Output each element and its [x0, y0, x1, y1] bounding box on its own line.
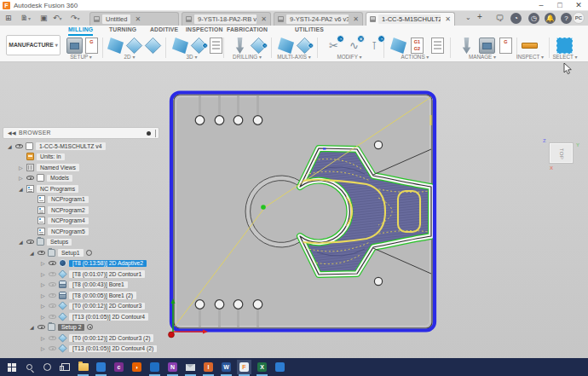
- browser-row-label[interactable]: Models: [47, 175, 72, 182]
- visibility-eye-icon[interactable]: [37, 251, 45, 255]
- ribbon-group-label-select[interactable]: SELECT ▾: [552, 54, 577, 60]
- browser-row-label[interactable]: [T8 (0:00:43)] Bore1: [69, 281, 128, 289]
- drilling-icon[interactable]: ↺: [232, 38, 248, 54]
- maximize-button[interactable]: □: [551, 0, 569, 11]
- browser-row[interactable]: ▷[T8 (0:00:05)] Bore1 (2): [3, 290, 169, 301]
- visibility-eye-icon[interactable]: [49, 336, 56, 340]
- viewcube-top-face[interactable]: TOP: [551, 142, 573, 166]
- browser-row[interactable]: ▷[T0 (0:00:12)] 2D Contour3: [3, 301, 169, 312]
- minimize-button[interactable]: –: [532, 0, 551, 11]
- collapse-arrow-icon[interactable]: ◢: [19, 186, 26, 192]
- browser-row-label[interactable]: [T13 (0:01:05)] 2D Contour4: [69, 313, 148, 321]
- document-tab[interactable]: Untitled✕: [89, 12, 179, 26]
- collapse-arrow-icon[interactable]: ◢: [8, 143, 15, 149]
- pocket-2d-icon[interactable]: [126, 38, 142, 54]
- browser-row-label[interactable]: 1-CC-5-M1SCHULTZ v4: [36, 142, 106, 150]
- ribbon-group-label-2d[interactable]: 2D ▾: [124, 54, 135, 60]
- setup-icon[interactable]: [66, 38, 83, 54]
- browser-row[interactable]: NCProgram2: [3, 205, 169, 216]
- recent-icon[interactable]: ◷: [528, 13, 539, 24]
- expand-arrow-icon[interactable]: ▷: [19, 165, 26, 171]
- browser-row[interactable]: ◢NC Programs: [3, 183, 169, 194]
- browser-row[interactable]: ▷[T13 (0:01:05)] 2D Contour4 (2): [3, 344, 169, 355]
- browser-row-selected[interactable]: ▷[T8 (0:13:58)] 2D Adaptive2: [3, 258, 169, 269]
- visibility-eye-icon[interactable]: [49, 272, 56, 276]
- visibility-eye-icon[interactable]: [49, 346, 56, 350]
- app-purple-c[interactable]: c: [112, 360, 126, 374]
- viewcube[interactable]: TOP: [549, 142, 574, 164]
- measure-icon[interactable]: [522, 43, 538, 49]
- browser-row-label[interactable]: [T13 (0:01:05)] 2D Contour4 (2): [69, 345, 157, 353]
- browser-row[interactable]: NCProgram5: [3, 226, 169, 237]
- trim-icon[interactable]: ✂◔: [326, 38, 342, 54]
- browser-row[interactable]: ▷[T13 (0:01:05)] 2D Contour4: [3, 311, 169, 322]
- ribbon-group-label-modify[interactable]: MODIFY ▾: [337, 54, 361, 60]
- excel-icon[interactable]: X: [255, 360, 269, 374]
- collapse-arrow-icon[interactable]: ◢: [30, 250, 37, 256]
- ribbon-tab-utilities[interactable]: UTILITIES: [295, 26, 324, 36]
- visibility-eye-icon[interactable]: [49, 304, 56, 308]
- edit-tool-icon[interactable]: ⊺◔: [366, 38, 383, 54]
- tool-library-icon[interactable]: [458, 38, 475, 54]
- ribbon-group-label-setup[interactable]: SETUP ▾: [70, 54, 92, 60]
- tab-close-icon[interactable]: ✕: [261, 15, 267, 23]
- document-tab[interactable]: 9-YSTI-24-PA2 v6 v3*✕: [274, 12, 363, 26]
- browser-row-label[interactable]: NCProgram4: [48, 217, 89, 225]
- visibility-eye-icon[interactable]: [49, 282, 56, 286]
- browser-row[interactable]: ▷[T8 (0:00:43)] Bore1: [3, 280, 169, 291]
- job-status-icon[interactable]: 🗨: [494, 13, 505, 24]
- save-icon[interactable]: ▣: [40, 13, 48, 24]
- visibility-eye-icon[interactable]: [49, 261, 56, 265]
- undo-icon[interactable]: ↶▾: [53, 13, 62, 24]
- adaptive-2d-icon[interactable]: [107, 38, 124, 54]
- machine-library-icon[interactable]: [479, 38, 495, 54]
- cortana-icon[interactable]: [40, 360, 55, 374]
- ribbon-group-label-drilling[interactable]: DRILLING ▾: [233, 54, 262, 60]
- visibility-eye-icon[interactable]: [15, 144, 23, 148]
- word-icon[interactable]: W: [219, 360, 233, 374]
- browser-row-label[interactable]: [T8 (0:13:58)] 2D Adaptive2: [69, 260, 147, 268]
- browser-row[interactable]: ▷Models: [3, 173, 169, 184]
- swarf-icon[interactable]: [278, 38, 294, 54]
- browser-row[interactable]: ▷[T0 (0:00:12)] 2D Contour3 (2): [3, 333, 169, 344]
- visibility-eye-icon[interactable]: [49, 293, 56, 298]
- visibility-eye-icon[interactable]: [26, 240, 34, 244]
- thread-icon[interactable]: ◔: [251, 38, 267, 54]
- browser-row-label[interactable]: NCProgram2: [48, 206, 89, 214]
- ribbon-group-label-multi-axis[interactable]: MULTI-AXIS ▾: [277, 54, 311, 60]
- browser-resize-handle[interactable]: [155, 130, 156, 137]
- fusion360-icon[interactable]: F: [237, 360, 251, 374]
- start-button[interactable]: [4, 360, 19, 374]
- file-explorer-icon[interactable]: [76, 360, 90, 374]
- select-icon[interactable]: [556, 38, 573, 54]
- active-setup-marker[interactable]: [86, 250, 92, 256]
- extensions-icon[interactable]: ◔: [510, 13, 522, 24]
- expand-arrow-icon[interactable]: ▷: [19, 175, 26, 181]
- setup-sheet-icon[interactable]: [431, 38, 444, 54]
- collapse-arrow-icon[interactable]: ◢: [30, 324, 37, 330]
- new-tab-button[interactable]: +: [477, 12, 482, 21]
- expand-arrow-icon[interactable]: ▷: [41, 314, 49, 320]
- browser-row-label[interactable]: Setups: [47, 239, 72, 246]
- ribbon-group-label-manage[interactable]: MANAGE ▾: [469, 54, 496, 60]
- simulate-icon[interactable]: [390, 38, 406, 54]
- flat-3d-icon[interactable]: [210, 38, 222, 54]
- firefox-icon[interactable]: ◗: [130, 360, 144, 374]
- ribbon-tab-inspection[interactable]: INSPECTION: [186, 26, 223, 36]
- app-orange-i[interactable]: I: [201, 360, 216, 374]
- mail-icon[interactable]: [183, 360, 198, 374]
- browser-row[interactable]: ▷[T8 (0:01:07)] 2D Contour1: [3, 269, 169, 280]
- flow-icon[interactable]: ◔: [297, 38, 313, 54]
- browser-collapse-icon[interactable]: ◀◀: [8, 128, 16, 138]
- browser-row-label[interactable]: NC Programs: [37, 185, 78, 193]
- expand-arrow-icon[interactable]: ▷: [41, 345, 49, 351]
- app-blue-2[interactable]: [147, 360, 162, 374]
- browser-row-label[interactable]: Named Views: [37, 164, 79, 171]
- post-process-icon[interactable]: G1 G2: [411, 38, 424, 54]
- document-tab[interactable]: 9-YSTI-18-PA2-RB v16*✕: [182, 12, 271, 26]
- ribbon-tab-fabrication[interactable]: FABRICATION: [227, 26, 268, 36]
- ribbon-group-label-inspect[interactable]: INSPECT ▾: [516, 54, 544, 60]
- browser-row-label[interactable]: Setup 2: [58, 324, 84, 332]
- help-icon[interactable]: ?: [561, 13, 572, 24]
- ribbon-tab-turning[interactable]: TURNING: [109, 26, 136, 36]
